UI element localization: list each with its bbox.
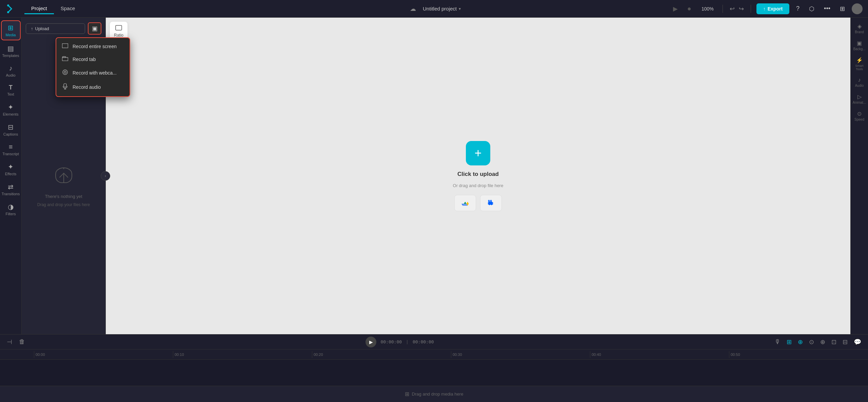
dropdown-item-record-webcam[interactable]: Record with webca... (56, 66, 130, 80)
svg-point-8 (64, 71, 66, 73)
ruler-mark-10: 00:10 (173, 351, 312, 358)
playback-speed-button[interactable]: ⊙ (808, 337, 815, 347)
dropbox-button[interactable] (480, 195, 502, 211)
fit-button[interactable]: ⊡ (830, 337, 838, 347)
drag-drop-media-bar[interactable]: ⊞ Drag and drop media here (0, 386, 868, 402)
record-dropdown: Record entire screen Record tab Record w… (56, 37, 130, 97)
logo-icon[interactable] (5, 3, 18, 15)
trim-button[interactable]: ⊣ (5, 337, 14, 347)
tab-space[interactable]: Space (54, 3, 82, 14)
google-drive-button[interactable] (454, 195, 476, 211)
delete-icon: 🗑 (19, 338, 25, 345)
sidebar-item-media[interactable]: ⊞ Media (1, 20, 21, 40)
help-icon[interactable]: ? (793, 4, 802, 14)
marker-button-1[interactable]: ⊞ (785, 337, 793, 347)
sidebar-item-captions[interactable]: ⊟ Captions (1, 120, 21, 139)
play-button-timeline[interactable]: ▶ (366, 337, 376, 347)
captions-icon: ⊟ (8, 123, 14, 131)
topbar-right: ▶ ● 100% ↩ ↪ ↑ Export ? ⬡ ••• ⊞ (670, 3, 863, 14)
mic-button[interactable]: 🎙 (773, 337, 782, 347)
sidebar-item-elements[interactable]: ✦ Elements (1, 100, 21, 119)
layout-icon[interactable]: ⊞ (837, 4, 848, 14)
animate-rs-label: Animat... (853, 101, 866, 104)
sidebar-item-transitions[interactable]: ⇄ Transitions (1, 180, 21, 199)
dropdown-item-record-screen[interactable]: Record entire screen (56, 40, 130, 53)
timeline-ruler: 00:00 00:10 00:20 00:30 00:40 00:50 (0, 349, 868, 360)
sidebar-item-transcript[interactable]: ≡ Transcript (1, 140, 21, 159)
ruler-mark-40: 00:40 (590, 351, 729, 358)
speed-rs-label: Speed (854, 118, 864, 121)
record-button[interactable]: ▣ (88, 22, 101, 35)
bottom-area: ⊣ 🗑 ▶ 00:00:00 | 00:00:00 🎙 ⊞ ⊕ ⊙ ⊕ ⊡ ⊟ … (0, 334, 868, 402)
right-sidebar-speed[interactable]: ⊙ Speed (852, 108, 867, 124)
right-sidebar-animate[interactable]: ▷ Animat... (852, 91, 867, 107)
sidebar-item-audio[interactable]: ♪ Audio (1, 62, 21, 80)
svg-rect-6 (62, 58, 68, 61)
more-options-icon[interactable]: ••• (821, 4, 833, 14)
animate-rs-icon: ▷ (857, 94, 862, 100)
right-sidebar-audio[interactable]: ♪ Audio (852, 74, 867, 90)
click-upload-text[interactable]: Click to upload (457, 171, 499, 178)
comment-button[interactable]: 💬 (852, 337, 863, 347)
transcript-icon: ≡ (9, 143, 13, 151)
avatar[interactable] (852, 3, 863, 14)
brand-rs-icon: ◈ (857, 23, 862, 29)
dropdown-label-record-webcam: Record with webca... (73, 70, 117, 76)
background-rs-icon: ▣ (857, 40, 862, 46)
topbar-tabs: Project Space (24, 3, 82, 14)
brand-rs-label: Brand (855, 30, 864, 34)
effects-icon: ✦ (8, 163, 14, 171)
redo-button[interactable]: ↪ (737, 4, 745, 14)
smart-tools-rs-label: Smart Tools (853, 64, 866, 71)
right-sidebar-background[interactable]: ▣ Backg... (852, 37, 867, 54)
export-button[interactable]: ↑ Export (756, 3, 789, 14)
sidebar-item-effects[interactable]: ✦ Effects (1, 160, 21, 179)
speed-rs-icon: ⊙ (857, 110, 862, 117)
sidebar-item-templates[interactable]: ▤ Templates (1, 42, 21, 60)
panel-header: ↑ Upload ▣ (22, 18, 105, 38)
canvas-content: + Click to upload Or drag and drop file … (453, 141, 504, 211)
timecode-current: 00:00:00 (380, 339, 402, 344)
record-screen-icon (62, 43, 68, 49)
ruler-mark-20: 00:20 (312, 351, 451, 358)
panel-collapse-arrow[interactable]: ‹ (101, 171, 110, 181)
transitions-icon: ⇄ (8, 183, 14, 191)
expand-button[interactable]: ⊟ (841, 337, 849, 347)
tab-project[interactable]: Project (24, 3, 54, 14)
upload-circle[interactable]: + (466, 141, 490, 165)
brand-icon[interactable]: ⬡ (806, 4, 817, 14)
empty-text-2: Drag and drop your files here (37, 202, 90, 207)
right-sidebar-smart-tools[interactable]: ⚡ Smart Tools (852, 54, 867, 74)
sidebar-icons: ⊞ Media ▤ Templates ♪ Audio T Text ✦ Ele… (0, 18, 22, 334)
timeline-right-controls: 🎙 ⊞ ⊕ ⊙ ⊕ ⊡ ⊟ 💬 (773, 337, 863, 347)
sidebar-item-text[interactable]: T Text (1, 81, 21, 99)
delete-button[interactable]: 🗑 (18, 337, 26, 347)
plus-icon: + (474, 147, 481, 159)
play-icon[interactable]: ▶ (670, 4, 680, 14)
ratio-icon (115, 24, 122, 33)
dropdown-item-record-tab[interactable]: Record tab (56, 53, 130, 66)
share-icon[interactable]: ● (685, 3, 694, 14)
dropdown-item-record-audio[interactable]: Record audio (56, 80, 130, 94)
dropdown-label-record-tab: Record tab (73, 57, 96, 62)
undo-button[interactable]: ↩ (728, 4, 736, 14)
record-icon: ▣ (92, 25, 98, 32)
add-to-timeline-button[interactable]: ⊕ (819, 337, 827, 347)
sidebar-item-filters[interactable]: ◑ Filters (1, 200, 21, 219)
ratio-label: Ratio (114, 33, 123, 38)
zoom-display[interactable]: 100% (698, 5, 717, 13)
cloud-icon[interactable]: ☁ (407, 4, 419, 14)
drag-drop-text: Or drag and drop file here (453, 183, 504, 188)
sidebar-item-label-audio: Audio (6, 73, 15, 77)
svg-rect-2 (62, 44, 68, 48)
ruler-mark-30: 00:30 (451, 351, 590, 358)
marker-button-2[interactable]: ⊕ (796, 337, 804, 347)
right-sidebar-brand[interactable]: ◈ Brand (852, 20, 867, 37)
ruler-mark-50: 00:50 (729, 351, 868, 358)
main-content: ⊞ Media ▤ Templates ♪ Audio T Text ✦ Ele… (0, 18, 868, 334)
text-icon: T (9, 84, 13, 91)
upload-button[interactable]: ↑ Upload (26, 23, 85, 34)
canvas-area: Ratio + Click to upload Or drag and drop… (106, 18, 850, 334)
project-name[interactable]: Untitled project ▾ (423, 6, 461, 12)
sidebar-item-label-templates: Templates (2, 54, 19, 58)
